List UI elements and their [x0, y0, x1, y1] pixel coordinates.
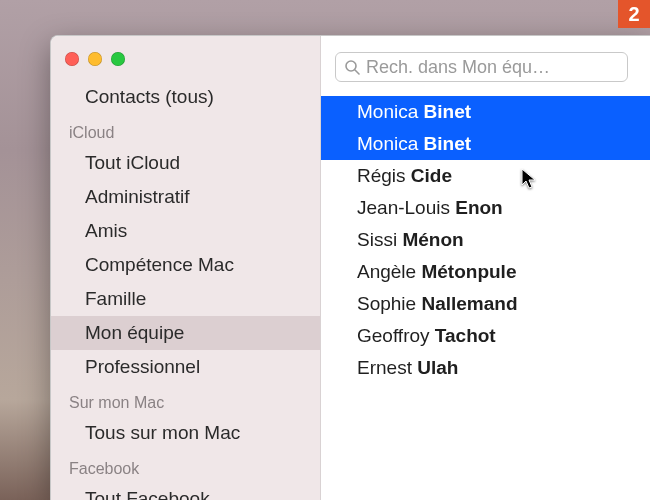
- sidebar-item[interactable]: Administratif: [51, 180, 320, 214]
- contact-first: Angèle: [357, 261, 416, 282]
- contact-first: Geoffroy: [357, 325, 430, 346]
- list-item[interactable]: Sophie Nallemand: [321, 288, 650, 320]
- contact-first: Sissi: [357, 229, 397, 250]
- contact-list: Monica BinetMonica BinetRégis CideJean-L…: [321, 96, 650, 384]
- sidebar-item[interactable]: Compétence Mac: [51, 248, 320, 282]
- close-icon[interactable]: [65, 52, 79, 66]
- contact-last: Binet: [424, 133, 472, 154]
- contact-first: Ernest: [357, 357, 412, 378]
- contact-first: Sophie: [357, 293, 416, 314]
- sidebar-item[interactable]: Professionnel: [51, 350, 320, 384]
- contact-first: Monica: [357, 133, 418, 154]
- list-item[interactable]: Sissi Ménon: [321, 224, 650, 256]
- contact-first: Jean-Louis: [357, 197, 450, 218]
- contact-first: Monica: [357, 101, 418, 122]
- sidebar-item[interactable]: Tout iCloud: [51, 146, 320, 180]
- search-input[interactable]: Rech. dans Mon équ…: [335, 52, 628, 82]
- contact-last: Nallemand: [421, 293, 517, 314]
- contact-first: Régis: [357, 165, 406, 186]
- list-item[interactable]: Monica Binet: [321, 128, 650, 160]
- sidebar-heading: Sur mon Mac: [51, 384, 320, 416]
- contact-last: Enon: [455, 197, 503, 218]
- sidebar-item[interactable]: Amis: [51, 214, 320, 248]
- sidebar-item[interactable]: Tous sur mon Mac: [51, 416, 320, 450]
- list-item[interactable]: Régis Cide: [321, 160, 650, 192]
- search-icon: [344, 59, 360, 75]
- contact-last: Binet: [424, 101, 472, 122]
- contact-last: Ménon: [402, 229, 463, 250]
- contact-last: Ulah: [417, 357, 458, 378]
- list-item[interactable]: Angèle Métonpule: [321, 256, 650, 288]
- sidebar-heading: iCloud: [51, 114, 320, 146]
- list-item[interactable]: Monica Binet: [321, 96, 650, 128]
- contacts-window: Contacts (tous)iCloudTout iCloudAdminist…: [50, 35, 650, 500]
- sidebar-item[interactable]: Contacts (tous): [51, 80, 320, 114]
- contact-last: Cide: [411, 165, 452, 186]
- contact-last: Tachot: [435, 325, 496, 346]
- minimize-icon[interactable]: [88, 52, 102, 66]
- step-badge: 2: [618, 0, 650, 28]
- zoom-icon[interactable]: [111, 52, 125, 66]
- contacts-pane: Rech. dans Mon équ… Monica BinetMonica B…: [321, 36, 650, 500]
- contact-last: Métonpule: [421, 261, 516, 282]
- list-item[interactable]: Ernest Ulah: [321, 352, 650, 384]
- sidebar: Contacts (tous)iCloudTout iCloudAdminist…: [51, 36, 321, 500]
- window-controls: [51, 46, 320, 80]
- list-item[interactable]: Geoffroy Tachot: [321, 320, 650, 352]
- svg-line-1: [355, 70, 359, 74]
- sidebar-heading: Facebook: [51, 450, 320, 482]
- sidebar-item[interactable]: Famille: [51, 282, 320, 316]
- sidebar-item[interactable]: Tout Facebook: [51, 482, 320, 500]
- list-item[interactable]: Jean-Louis Enon: [321, 192, 650, 224]
- search-placeholder: Rech. dans Mon équ…: [366, 57, 550, 78]
- sidebar-item[interactable]: Mon équipe: [51, 316, 320, 350]
